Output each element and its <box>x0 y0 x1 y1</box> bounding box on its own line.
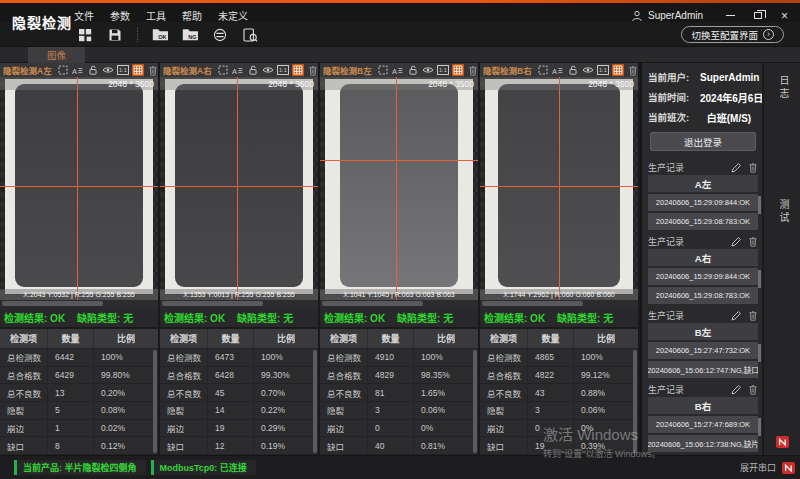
folder-ok-icon[interactable]: OK <box>151 26 169 43</box>
eye-icon[interactable] <box>262 64 274 76</box>
save-icon[interactable] <box>106 26 124 43</box>
restore-button[interactable] <box>744 6 771 25</box>
one-to-one-icon[interactable]: 1:1 <box>277 64 289 76</box>
menu-item-1[interactable]: 参数 <box>110 8 130 23</box>
roi-select-icon[interactable] <box>217 64 229 76</box>
table-vscrollbar[interactable] <box>313 350 317 453</box>
one-to-one-icon[interactable]: 1:1 <box>117 64 129 76</box>
crosshair-vertical <box>559 77 560 300</box>
table-cell: 总合格数 <box>0 367 48 384</box>
table-row: 总合格数482998.35% <box>320 367 478 385</box>
table-row: 崩边10.02% <box>0 420 158 438</box>
annotation-icon[interactable]: A <box>552 64 564 76</box>
column-header: 数量 <box>368 329 414 348</box>
hscrollbar-thumb[interactable] <box>482 301 583 306</box>
folder-ng-icon[interactable]: NG <box>181 26 199 43</box>
record-item[interactable]: 20240606_15:29:09:844:OK <box>648 268 758 285</box>
lock-open-icon[interactable] <box>247 64 259 76</box>
roi-select-icon[interactable] <box>537 64 549 76</box>
record-item[interactable]: 20240606_15:06:12:747:NG,缺口 <box>648 361 758 378</box>
app-title: 隐裂检测 <box>12 12 72 32</box>
roi-select-icon[interactable] <box>377 64 389 76</box>
camera-image-viewport[interactable]: 2048 * 3500 X:1353 Y:0013 | R:255 G:255 … <box>160 77 318 300</box>
trash-icon[interactable] <box>147 64 159 76</box>
defect-type-label: 缺陷类型: 无 <box>77 310 133 325</box>
close-button[interactable]: × <box>771 6 798 25</box>
roi-select-icon[interactable] <box>57 64 69 76</box>
logout-button[interactable]: 退出登录 <box>650 132 756 151</box>
trash-icon[interactable] <box>627 64 639 76</box>
trash-icon[interactable] <box>747 162 758 173</box>
lock-open-icon[interactable] <box>87 64 99 76</box>
annotation-icon[interactable]: A <box>392 64 404 76</box>
lock-open-icon[interactable] <box>407 64 419 76</box>
eye-icon[interactable] <box>422 64 434 76</box>
table-vscrollbar[interactable] <box>633 350 637 453</box>
eye-icon[interactable] <box>102 64 114 76</box>
record-item[interactable]: 20240606_15:06:12:738:NG,缺片 <box>648 435 758 452</box>
menu-item-4[interactable]: 未定义 <box>218 8 248 23</box>
result-row: 检测结果: OK 缺陷类型: 无 <box>160 307 318 329</box>
column-header: 比例 <box>94 329 158 348</box>
record-item[interactable]: 20240606_15:29:08:783:OK <box>648 213 758 230</box>
trash-icon[interactable] <box>747 236 758 247</box>
grid-icon[interactable] <box>292 64 304 76</box>
image-hscrollbar[interactable] <box>480 300 638 307</box>
record-item[interactable]: 20240606_15:29:09:844:OK <box>648 194 758 211</box>
record-item[interactable]: 20240606_15:27:47:689:OK <box>648 416 758 433</box>
annotation-icon[interactable]: A <box>72 64 84 76</box>
hscrollbar-thumb[interactable] <box>162 301 263 306</box>
switch-to-config-button[interactable]: 切换至配置界面 › <box>681 26 784 43</box>
lock-open-icon[interactable] <box>567 64 579 76</box>
layout-icon[interactable] <box>76 26 94 43</box>
minimize-button[interactable] <box>717 6 744 25</box>
red-badge-icon[interactable] <box>782 462 795 474</box>
titlebar[interactable]: 隐裂检测 文件参数工具帮助未定义 SuperAdmin × <box>0 3 800 22</box>
annotation-icon[interactable]: A <box>232 64 244 76</box>
camera-image-viewport[interactable]: 2048 * 3500 X:1744 Y:2962 | R:060 G:060 … <box>480 77 638 300</box>
search-document-icon[interactable] <box>241 26 259 43</box>
red-badge-icon[interactable] <box>776 436 789 448</box>
camera-image-viewport[interactable]: 2048 * 3500 X:2043 Y:0532 | R:255 G:255 … <box>0 77 158 300</box>
record-item[interactable]: 20240606_15:29:08:783:OK <box>648 287 758 304</box>
tab-image[interactable]: 图像 <box>28 47 85 63</box>
edit-icon[interactable] <box>730 310 741 321</box>
table-cell: 崩边 <box>0 420 48 437</box>
trash-icon[interactable] <box>467 64 479 76</box>
dock-tab-test[interactable]: 测试 <box>776 199 791 225</box>
table-row: 崩边00% <box>320 420 478 438</box>
menu-item-3[interactable]: 帮助 <box>182 8 202 23</box>
image-hscrollbar[interactable] <box>160 300 318 307</box>
image-hscrollbar[interactable] <box>0 300 158 307</box>
menu-item-0[interactable]: 文件 <box>74 8 94 23</box>
table-vscrollbar[interactable] <box>153 350 157 453</box>
expand-serial-toggle[interactable]: 展开串口 <box>740 461 776 474</box>
trash-icon[interactable] <box>307 64 319 76</box>
record-item[interactable]: 20240606_15:27:47:732:OK <box>648 342 758 359</box>
one-to-one-icon[interactable]: 1:1 <box>437 64 449 76</box>
edit-icon[interactable] <box>730 384 741 395</box>
layers-icon[interactable] <box>211 26 229 43</box>
current-user[interactable]: SuperAdmin <box>631 10 703 22</box>
svg-text:A: A <box>72 66 77 74</box>
image-hscrollbar[interactable] <box>320 300 478 307</box>
grid-icon[interactable] <box>612 64 624 76</box>
svg-text:A: A <box>552 66 557 74</box>
edit-icon[interactable] <box>730 162 741 173</box>
camera-image-viewport[interactable]: 2048 * 3500 X:1041 Y:1045 | R:063 G:063 … <box>320 77 478 300</box>
table-cell: 98.35% <box>414 367 478 384</box>
hscrollbar-thumb[interactable] <box>2 301 103 306</box>
grid-icon[interactable] <box>452 64 464 76</box>
eye-icon[interactable] <box>582 64 594 76</box>
record-list: 20240606_15:29:09:844:OK20240606_15:29:0… <box>648 268 758 304</box>
trash-icon[interactable] <box>747 310 758 321</box>
hscrollbar-thumb[interactable] <box>322 301 423 306</box>
edit-icon[interactable] <box>730 236 741 247</box>
dock-tab-log[interactable]: 日志 <box>776 75 791 101</box>
table-vscrollbar[interactable] <box>473 350 477 453</box>
menu-item-2[interactable]: 工具 <box>146 8 166 23</box>
table-cell: 总合格数 <box>160 367 208 384</box>
trash-icon[interactable] <box>747 384 758 395</box>
one-to-one-icon[interactable]: 1:1 <box>597 64 609 76</box>
grid-icon[interactable] <box>132 64 144 76</box>
